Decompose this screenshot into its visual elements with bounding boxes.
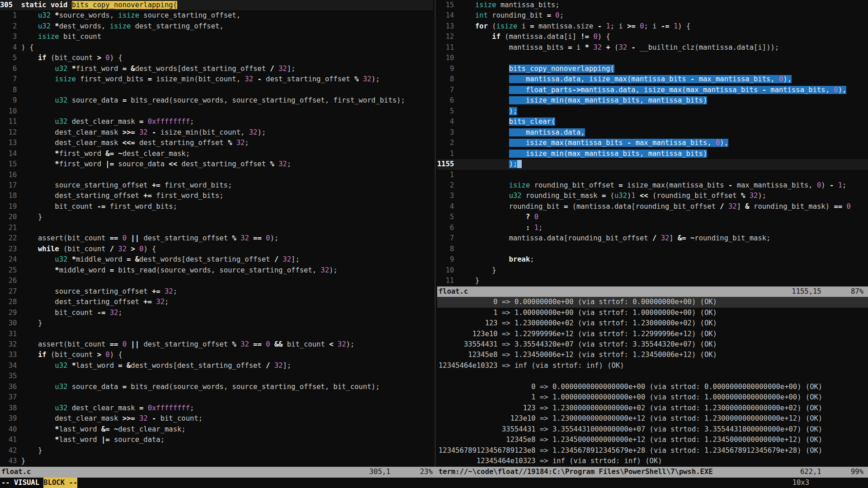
code-line[interactable]: 1155 ); — [437, 159, 868, 169]
code-line[interactable]: 12 if (mantissa.data[i] != 0) { — [437, 32, 868, 42]
right-editor-statusline[interactable]: float.c 1155,15 87% — [437, 286, 868, 297]
code-line[interactable]: 4 rounding_bit = (mantissa.data[rounding… — [437, 202, 868, 212]
code-line[interactable]: 12 dest_clear_mask >>= 32 - isize_min(bi… — [0, 127, 433, 138]
line-number: 42 — [0, 446, 17, 456]
token-num: 0 — [105, 54, 109, 62]
code-line[interactable]: 13 dest_clear_mask <<= dest_starting_off… — [0, 138, 433, 148]
code-line[interactable]: 41 *last_word |= source_data; — [0, 435, 433, 445]
code-line[interactable]: 7 float_parts->mantissa.data, isize_max(… — [437, 85, 868, 95]
code-line[interactable]: 32 assert(bit_count == 0 || dest_startin… — [0, 339, 433, 350]
code-line[interactable]: 28 dest_starting_offset += 32; — [0, 297, 433, 307]
code-line[interactable]: 26 — [0, 276, 433, 286]
code-line[interactable]: 16 — [0, 170, 433, 180]
terminal-line[interactable]: 0 => 0.00000000e+00 (via strtof: 0.00000… — [437, 297, 868, 307]
code-line[interactable]: 9 u32 source_data = bits_read(source_wor… — [0, 95, 433, 106]
code-line[interactable]: 5 ? 0 — [437, 212, 868, 222]
terminal-line[interactable]: 12345464e10323 => inf (via strtof: inf) … — [437, 361, 868, 371]
terminal-output[interactable]: 0 => 0.00000000e+00 (via strtof: 0.00000… — [437, 297, 868, 467]
code-line[interactable]: 20 } — [0, 212, 433, 222]
code-line[interactable]: 22 assert(bit_count == 0 || dest_startin… — [0, 233, 433, 244]
code-line[interactable]: 24 u32 *middle_word = &dest_words[dest_s… — [0, 254, 433, 265]
code-line[interactable]: 38 u32 dest_clear_mask = 0xffffffff; — [0, 403, 433, 413]
terminal-statusline[interactable]: term://~\code\float//19184:C:\Program Fi… — [437, 467, 868, 477]
code-line[interactable]: 35 — [0, 371, 433, 381]
code-line[interactable]: 34 u32 *last_word = &dest_words[dest_sta… — [0, 361, 433, 371]
editor-pane-left[interactable]: 305static void bits_copy_nonoverlapping(… — [0, 0, 433, 467]
code-line[interactable]: 13 for (isize i = mantissa.size - 1; i >… — [437, 21, 868, 32]
code-line[interactable]: 17 source_starting_offset += first_word_… — [0, 180, 433, 191]
code-line[interactable]: 10 — [437, 53, 868, 63]
code-line[interactable]: 2 isize rounding_bit_offset = isize_max(… — [437, 180, 868, 191]
terminal-line[interactable]: 123 => 1.23000000e+02 (via strtof: 1.230… — [437, 318, 868, 328]
terminal-line[interactable]: 123e10 => 1.22999996e+12 (via strtof: 1.… — [437, 329, 868, 339]
window-separator[interactable] — [433, 0, 437, 467]
token-op: / — [720, 202, 724, 211]
code-line[interactable]: 42 } — [0, 446, 433, 456]
code-line[interactable]: 3 mantissa.data, — [437, 127, 868, 138]
code-line[interactable]: 8 — [437, 244, 868, 254]
code-line[interactable]: 6 u32 *first_word = &dest_words[dest_sta… — [0, 64, 433, 74]
code-line[interactable]: 37 — [0, 392, 433, 403]
code-line[interactable]: 14 int rounding_bit = 0; — [437, 10, 868, 21]
terminal-line[interactable]: 123e10 => 1.2300000000000000e+12 (via st… — [437, 413, 868, 424]
code-line[interactable]: 3 u32 rounding_bit_mask = (u32)1 << (rou… — [437, 191, 868, 201]
token-type: u32 — [55, 404, 67, 412]
code-line[interactable]: 15 *first_word |= source_data << dest_st… — [0, 159, 433, 169]
code-line[interactable]: 15 isize mantissa_bits; — [437, 0, 868, 10]
code-line[interactable]: 14 *first_word &= ~dest_clear_mask; — [0, 149, 433, 159]
code-line[interactable]: 23 while (bit_count / 32 > 0) { — [0, 244, 433, 254]
terminal-line[interactable]: 0 => 0.0000000000000000e+00 (via strtod:… — [437, 382, 868, 392]
terminal-line[interactable]: 1 => 1.00000000e+00 (via strtof: 1.00000… — [437, 308, 868, 318]
code-line[interactable]: 1 u32 *source_words, isize source_starti… — [0, 10, 433, 21]
code-line[interactable]: 2 u32 *dest_words, isize dest_starting_o… — [0, 21, 433, 32]
code-line[interactable]: 9 break; — [437, 254, 868, 265]
code-line[interactable]: 31 — [0, 329, 433, 339]
terminal-line[interactable]: 1 => 1.0000000000000000e+00 (via strtod:… — [437, 392, 868, 403]
terminal-line[interactable] — [437, 371, 868, 381]
code-line[interactable]: 43} — [0, 456, 433, 466]
code-line[interactable]: 305static void bits_copy_nonoverlapping( — [0, 0, 433, 10]
code-line[interactable]: 19 bit_count -= first_word_bits; — [0, 202, 433, 212]
code-line[interactable]: 6 isize_min(max_mantissa_bits, mantissa_… — [437, 95, 868, 106]
code-line[interactable]: 3 isize bit_count — [0, 32, 433, 42]
code-line[interactable]: 11 mantissa_bits = i * 32 + (32 - __buil… — [437, 42, 868, 53]
code-line[interactable]: 10 — [0, 106, 433, 117]
code-line[interactable]: 4 bits_clear( — [437, 117, 868, 127]
code-line[interactable]: 11 } — [437, 276, 868, 286]
terminal-line[interactable]: 123 => 1.2300000000000000e+02 (via strto… — [437, 403, 868, 413]
editor-pane-right[interactable]: 15 isize mantissa_bits;14 int rounding_b… — [437, 0, 868, 467]
code-line[interactable]: 25 *middle_word = bits_read(source_words… — [0, 265, 433, 276]
terminal-line[interactable]: 123456789123456789123e8 => 1.23456789123… — [437, 446, 868, 456]
code-line[interactable]: 1 isize_min(max_mantissa_bits, mantissa_… — [437, 149, 868, 159]
code-line[interactable]: 2 isize_max(mantissa_bits - max_mantissa… — [437, 138, 868, 148]
code-line[interactable]: 8 — [0, 85, 433, 95]
code-line[interactable]: 7 mantissa.data[rounding_bit_offset / 32… — [437, 233, 868, 244]
code-line[interactable]: 5 ); — [437, 106, 868, 117]
code-line[interactable]: 10 } — [437, 265, 868, 276]
code-line[interactable]: 30 } — [0, 318, 433, 328]
code-line[interactable]: 8 mantissa.data, isize_max(mantissa_bits… — [437, 74, 868, 84]
code-line[interactable]: 33 if (bit_count > 0) { — [0, 350, 433, 360]
code-line[interactable]: 18 dest_starting_offset += first_word_bi… — [0, 191, 433, 201]
left-code-area[interactable]: 305static void bits_copy_nonoverlapping(… — [0, 0, 433, 467]
terminal-line[interactable]: 12345e8 => 1.23450006e+12 (via strtof: 1… — [437, 350, 868, 360]
code-line[interactable]: 4) { — [0, 42, 433, 53]
code-line[interactable]: 40 *last_word &= ~dest_clear_mask; — [0, 424, 433, 435]
terminal-line[interactable]: 33554431 => 3.35544320e+07 (via strtof: … — [437, 339, 868, 350]
code-line[interactable]: 5 if (bit_count > 0) { — [0, 53, 433, 63]
terminal-line[interactable]: 12345464e10323 => inf (via strtod: inf) … — [437, 456, 868, 466]
code-line[interactable]: 6 : 1; — [437, 223, 868, 233]
left-editor-statusline[interactable]: float.c 305,1 23% — [0, 467, 437, 477]
code-line[interactable]: 29 bit_count -= 32; — [0, 308, 433, 318]
code-line[interactable]: 9 bits_copy_nonoverlapping( — [437, 64, 868, 74]
terminal-line[interactable]: 12345e8 => 1.2345000000000000e+12 (via s… — [437, 435, 868, 445]
code-line[interactable]: 39 dest_clear_mask >>= 32 - bit_count; — [0, 413, 433, 424]
code-line[interactable]: 36 u32 source_data = bits_read(source_wo… — [0, 382, 433, 392]
terminal-line[interactable]: 33554431 => 3.3554431000000000e+07 (via … — [437, 424, 868, 435]
code-line[interactable]: 21 — [0, 223, 433, 233]
right-code-area[interactable]: 15 isize mantissa_bits;14 int rounding_b… — [437, 0, 868, 286]
code-line[interactable]: 7 isize first_word_bits = isize_min(bit_… — [0, 74, 433, 84]
code-line[interactable]: 1 — [437, 170, 868, 180]
code-line[interactable]: 27 source_starting_offset += 32; — [0, 286, 433, 297]
code-line[interactable]: 11 u32 dest_clear_mask = 0xffffffff; — [0, 117, 433, 127]
